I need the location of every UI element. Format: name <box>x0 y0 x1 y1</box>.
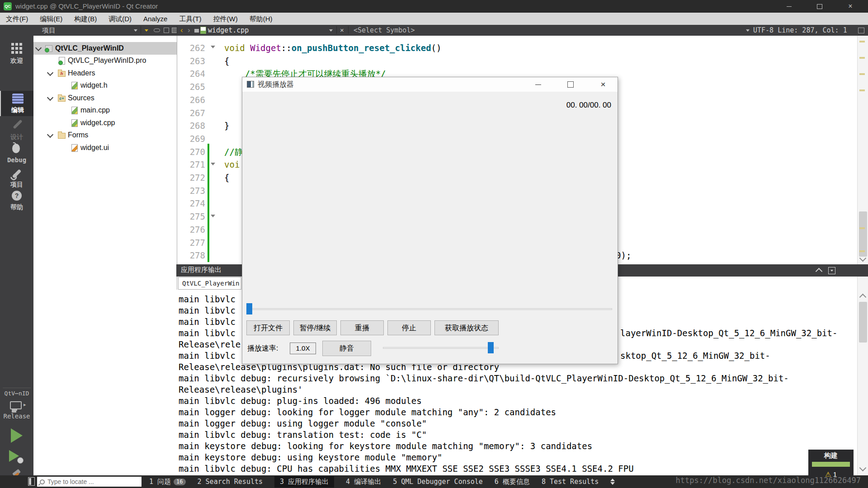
kit-selector-button[interactable]: ▸ Release <box>0 400 33 423</box>
tree-row-widget-cpp[interactable]: widget.cpp <box>33 117 177 129</box>
menu-edit[interactable]: 编辑(E) <box>34 13 68 25</box>
menu-tools[interactable]: 工具(T) <box>173 13 207 25</box>
get-state-button[interactable]: 获取播放状态 <box>434 320 499 335</box>
code-line-272: { <box>224 171 229 184</box>
menu-build[interactable]: 构建(B) <box>68 13 103 25</box>
scrollbar-thumb[interactable] <box>859 302 867 343</box>
split-icon[interactable] <box>164 28 169 33</box>
tab-search-results[interactable]: 2 Search Results <box>198 478 263 486</box>
close-button[interactable]: × <box>840 0 861 13</box>
encoding-dropdown-icon[interactable] <box>746 29 750 32</box>
run-button[interactable] <box>11 428 23 443</box>
toggle-progress-icon[interactable] <box>28 477 35 486</box>
tree-row-project-root[interactable]: QtVLC_PlayerWinID <box>33 42 177 55</box>
stop-button[interactable]: 停止 <box>387 320 431 335</box>
build-label: 构建 <box>808 451 854 460</box>
project-pane-title: 项目 <box>42 25 56 36</box>
locator-input[interactable] <box>47 478 130 486</box>
minimize-button[interactable] <box>778 0 799 13</box>
scroll-down-icon[interactable] <box>859 465 867 472</box>
scroll-up-icon[interactable] <box>859 294 867 301</box>
tree-row-forms[interactable]: Forms <box>33 129 177 141</box>
volume-slider-handle[interactable] <box>488 342 494 353</box>
sidebar-item-projects[interactable]: 项目 <box>0 167 33 190</box>
file-dropdown-icon[interactable] <box>329 29 333 32</box>
code-line-262: void Widget::on_pushButton_reset_clicked… <box>224 42 441 55</box>
forward-icon[interactable]: › <box>188 25 190 36</box>
maximize-button[interactable] <box>809 0 830 13</box>
tab-test-results[interactable]: 8 Test Results <box>542 478 599 486</box>
menu-help[interactable]: 帮助(H) <box>244 13 278 25</box>
tree-row-sources[interactable]: c+ Sources <box>33 92 177 104</box>
tree-row-widget-h[interactable]: widget.h <box>33 79 177 92</box>
locator-box[interactable] <box>37 477 142 487</box>
link-icon[interactable] <box>154 28 160 32</box>
tab-application-output[interactable]: 3 应用程序输出 <box>274 476 334 488</box>
sidebar-item-debug[interactable]: Debug <box>0 142 33 166</box>
project-tree-panel: QtVLC_PlayerWinID QtVLC_PlayerWinID.pro … <box>33 36 177 475</box>
debug-run-button[interactable] <box>9 450 25 464</box>
fold-marker-icon[interactable] <box>211 215 215 217</box>
cursor-position-status[interactable]: UTF-8 Line: 287, Col: 1 <box>753 25 847 36</box>
dialog-title: 视频播放器 <box>258 77 294 92</box>
qt-project-icon <box>45 45 52 52</box>
close-icon: × <box>848 0 852 13</box>
edit-document-icon <box>12 94 24 104</box>
filter-icon[interactable] <box>145 29 148 32</box>
dialog-maximize-button[interactable] <box>560 77 581 92</box>
tree-row-headers[interactable]: h Headers <box>33 67 177 80</box>
pane-updown-icon[interactable] <box>610 479 615 485</box>
fold-marker-icon[interactable] <box>211 46 215 48</box>
dialog-close-button[interactable]: × <box>592 77 614 92</box>
open-file-button[interactable]: 打开文件 <box>246 320 290 335</box>
run-output-tab[interactable]: QtVLC_PlayerWin <box>178 277 241 290</box>
scrollbar-thumb[interactable] <box>859 211 867 257</box>
mute-button[interactable]: 静音 <box>322 341 371 356</box>
cpp-file-icon <box>200 27 206 34</box>
minimize-pane-icon[interactable] <box>816 268 823 275</box>
dialog-title-bar[interactable]: 视频播放器 × <box>242 77 618 92</box>
menu-debug[interactable]: 调试(D) <box>103 13 137 25</box>
pane-dropdown-icon[interactable] <box>134 29 137 32</box>
sidebar-item-design[interactable]: 设计 <box>0 117 33 142</box>
seek-slider-handle[interactable] <box>246 303 252 314</box>
fold-marker-icon[interactable] <box>211 163 215 165</box>
tree-row-pro-file[interactable]: QtVLC_PlayerWinID.pro <box>33 54 177 67</box>
chevron-down-icon[interactable] <box>47 70 53 76</box>
sidebar-item-welcome[interactable]: 欢迎 <box>0 40 33 65</box>
dialog-app-icon <box>247 81 254 88</box>
changed-lines-bar <box>208 144 209 262</box>
menu-analyze[interactable]: Analyze <box>137 13 173 25</box>
chevron-down-icon[interactable] <box>35 45 42 51</box>
back-icon[interactable]: ‹ <box>180 25 183 36</box>
pause-resume-button[interactable]: 暂停/继续 <box>293 320 337 335</box>
chevron-down-icon[interactable] <box>47 94 53 101</box>
kit-label: QtV⋯nID <box>0 390 33 397</box>
tab-compile-output[interactable]: 4 编译输出 <box>346 478 381 486</box>
output-scrollbar[interactable] <box>857 277 868 475</box>
split-editor-icon[interactable] <box>858 28 864 33</box>
chevron-down-icon[interactable] <box>47 131 53 138</box>
symbol-selector[interactable]: <Select Symbol> <box>354 25 415 36</box>
dialog-minimize-button[interactable] <box>527 77 549 92</box>
minimize-icon <box>787 6 792 7</box>
volume-slider[interactable] <box>383 347 499 349</box>
menu-window[interactable]: 控件(W) <box>208 13 244 25</box>
replay-button[interactable]: 重播 <box>340 320 384 335</box>
rate-value-box[interactable]: 1.0X <box>290 343 316 354</box>
sidebar-item-help[interactable]: ? 帮助 <box>0 189 33 213</box>
open-file-tab[interactable]: widget.cpp <box>208 25 249 36</box>
output-line: main logger debug: looking for logger mo… <box>179 407 556 417</box>
tab-summary[interactable]: 6 概要信息 <box>495 478 530 486</box>
tree-row-main-cpp[interactable]: main.cpp <box>33 104 177 117</box>
editor-scrollbar[interactable] <box>857 36 868 264</box>
sidebar-item-edit[interactable]: 编辑 <box>0 91 33 116</box>
seek-slider[interactable] <box>249 308 612 310</box>
tree-row-widget-ui[interactable]: widget.ui <box>33 141 177 154</box>
tab-qml-debugger[interactable]: 5 QML Debugger Console <box>393 478 483 486</box>
tab-issues[interactable]: 1 问题16 <box>149 478 186 486</box>
menu-file[interactable]: 文件(F) <box>0 13 34 25</box>
maximize-pane-icon[interactable] <box>828 267 835 274</box>
search-icon <box>40 479 45 484</box>
close-document-icon[interactable]: × <box>340 25 344 36</box>
